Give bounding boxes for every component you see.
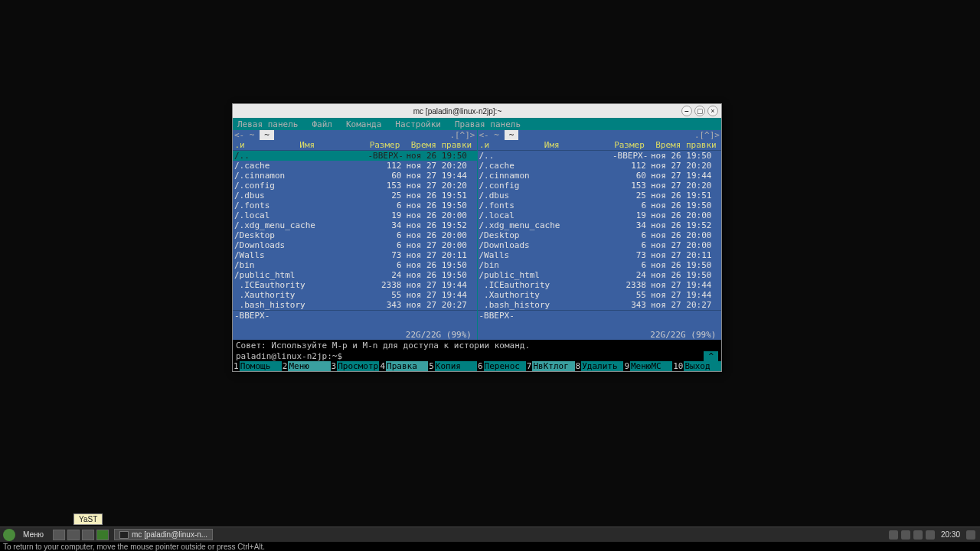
file-row[interactable]: /.local 19 ноя 26 20:00 — [478, 210, 722, 220]
fkey-1[interactable]: 1Помощь — [233, 361, 282, 371]
file-row[interactable]: /Walls 73 ноя 27 20:11 — [478, 250, 722, 260]
file-row[interactable]: /Walls 73 ноя 27 20:11 — [233, 250, 477, 260]
launcher-app-icon[interactable] — [82, 530, 94, 540]
file-row[interactable]: /.. -ВВЕРХ- ноя 26 19:50 — [478, 151, 722, 161]
tray-menu-icon[interactable] — [966, 530, 975, 540]
taskbar-clock[interactable]: 20:30 — [941, 530, 960, 539]
file-row[interactable]: /.xdg_menu_cache 34 ноя 26 19:52 — [478, 220, 722, 230]
right-panel[interactable]: <- ~ ~.[^]> .и Имя Размер Время правки /… — [478, 130, 722, 340]
file-row[interactable]: .ICEauthority 2338 ноя 27 19:44 — [478, 280, 722, 290]
mc-function-keys: 1Помощь 2Меню 3Просмотр 4Правка 5Копия 6… — [233, 361, 721, 371]
menu-file[interactable]: Файл — [312, 119, 332, 129]
start-menu-button[interactable]: Меню — [18, 529, 48, 540]
left-panel[interactable]: <- ~ ~.[^]> .и Имя Размер Время правки /… — [233, 130, 478, 340]
file-row[interactable]: .Xauthority 55 ноя 27 19:44 — [478, 290, 722, 300]
launcher-files-icon[interactable] — [53, 530, 65, 540]
fkey-5[interactable]: 5Копия — [428, 361, 477, 371]
file-row[interactable]: /.local 19 ноя 26 20:00 — [233, 210, 477, 220]
file-row[interactable]: /bin 6 ноя 26 19:50 — [233, 260, 477, 270]
window-close-button[interactable]: × — [707, 106, 718, 116]
prompt-text: paladin@linux-n2jp:~$ — [236, 351, 342, 361]
start-menu-icon[interactable] — [3, 529, 15, 541]
file-row[interactable]: .Xauthority 55 ноя 27 19:44 — [233, 290, 477, 300]
file-row[interactable]: /.fonts 6 ноя 26 19:50 — [478, 201, 722, 210]
fkey-10[interactable]: 10Выход — [672, 361, 721, 371]
file-row[interactable]: /.cinnamon 60 ноя 27 19:44 — [478, 171, 722, 181]
task-terminal-icon — [119, 531, 129, 539]
tray-user-icon[interactable] — [889, 530, 898, 540]
tray-volume-icon[interactable] — [926, 530, 935, 540]
fkey-2[interactable]: 2Меню — [282, 361, 331, 371]
fkey-4[interactable]: 4Правка — [379, 361, 428, 371]
menu-right-panel[interactable]: Правая панель — [455, 119, 521, 129]
vm-status-line: To return to your computer, move the mou… — [0, 542, 980, 551]
tray-network-icon[interactable] — [901, 530, 910, 540]
file-row[interactable]: /.. -ВВЕРХ- ноя 26 19:50 — [233, 151, 477, 161]
file-row[interactable]: /public_html 24 ноя 26 19:50 — [233, 270, 477, 280]
window-titlebar[interactable]: mc [paladin@linux-n2jp]:~ ‒ ▢ × — [233, 104, 721, 118]
launcher-yast-icon[interactable] — [96, 530, 109, 540]
prompt-indicator: ^ — [704, 351, 718, 361]
file-row[interactable]: /public_html 24 ноя 26 19:50 — [478, 270, 722, 280]
file-row[interactable]: /.config 153 ноя 27 20:20 — [478, 181, 722, 191]
file-row[interactable]: /.dbus 25 ноя 26 19:51 — [478, 191, 722, 201]
file-row[interactable]: .bash_history 343 ноя 27 20:27 — [233, 300, 477, 310]
fkey-8[interactable]: 8Удалить — [575, 361, 624, 371]
vm-status-text: To return to your computer, move the mou… — [3, 543, 265, 551]
mc-prompt[interactable]: paladin@linux-n2jp:~$ ^ — [233, 351, 721, 361]
file-row[interactable]: /.config 153 ноя 27 20:20 — [233, 181, 477, 191]
mc-window: mc [paladin@linux-n2jp]:~ ‒ ▢ × Левая па… — [232, 103, 722, 372]
prompt-cursor — [342, 351, 348, 361]
file-row[interactable]: /bin 6 ноя 26 19:50 — [478, 260, 722, 270]
launcher-terminal-icon[interactable] — [67, 530, 80, 540]
taskbar[interactable]: Меню mc [paladin@linux-n... 20:30 — [0, 527, 980, 542]
taskbar-tooltip: YaST — [74, 514, 103, 525]
mc-panels: <- ~ ~.[^]> .и Имя Размер Время правки /… — [233, 130, 721, 340]
file-row[interactable]: /Downloads 6 ноя 27 20:00 — [478, 240, 722, 250]
menu-left-panel[interactable]: Левая панель — [237, 119, 298, 129]
file-row[interactable]: /.xdg_menu_cache 34 ноя 26 19:52 — [233, 220, 477, 230]
mc-hint: Совет: Используйте M-p и M-n для доступа… — [233, 340, 721, 351]
file-row[interactable]: /.cache 112 ноя 27 20:20 — [478, 161, 722, 171]
file-row[interactable]: .ICEauthority 2338 ноя 27 19:44 — [233, 280, 477, 290]
task-label: mc [paladin@linux-n... — [132, 530, 207, 539]
fkey-6[interactable]: 6Перенос — [477, 361, 526, 371]
file-row[interactable]: /.cache 112 ноя 27 20:20 — [233, 161, 477, 171]
file-row[interactable]: /.cinnamon 60 ноя 27 19:44 — [233, 171, 477, 181]
taskbar-task-mc[interactable]: mc [paladin@linux-n... — [114, 529, 213, 540]
file-row[interactable]: /.dbus 25 ноя 26 19:51 — [233, 191, 477, 201]
window-maximize-button[interactable]: ▢ — [694, 106, 705, 116]
file-row[interactable]: /Desktop 6 ноя 26 20:00 — [233, 230, 477, 240]
menu-options[interactable]: Настройки — [395, 119, 441, 129]
window-title: mc [paladin@linux-n2jp]:~ — [236, 107, 679, 116]
fkey-7[interactable]: 7НвКтлог — [526, 361, 575, 371]
window-minimize-button[interactable]: ‒ — [681, 106, 692, 116]
fkey-9[interactable]: 9МенюMC — [623, 361, 672, 371]
mc-menubar[interactable]: Левая панель Файл Команда Настройки Прав… — [233, 118, 721, 130]
fkey-3[interactable]: 3Просмотр — [331, 361, 380, 371]
file-row[interactable]: /Desktop 6 ноя 26 20:00 — [478, 230, 722, 240]
file-row[interactable]: /Downloads 6 ноя 27 20:00 — [233, 240, 477, 250]
file-row[interactable]: .bash_history 343 ноя 27 20:27 — [478, 300, 722, 310]
tray-update-icon[interactable] — [913, 530, 923, 540]
menu-command[interactable]: Команда — [346, 119, 381, 129]
file-row[interactable]: /.fonts 6 ноя 26 19:50 — [233, 201, 477, 210]
